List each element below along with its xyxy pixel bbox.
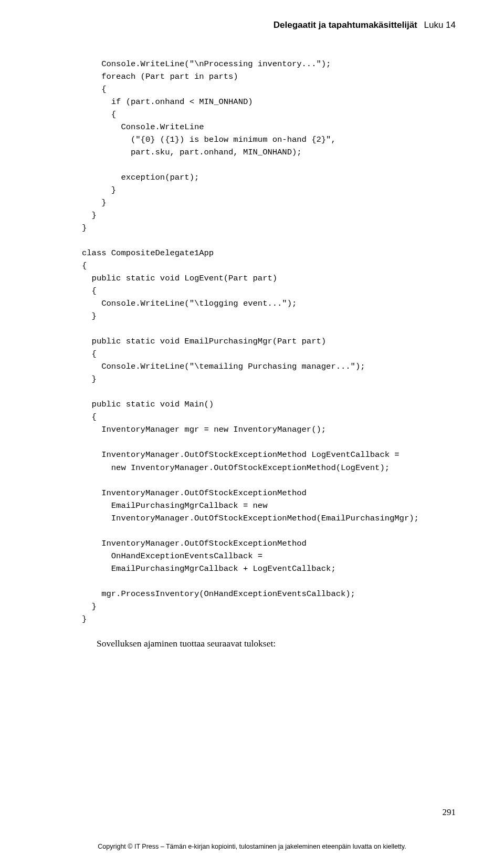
page-header: Delegaatit ja tapahtumakäsittelijät Luku… — [82, 20, 456, 30]
page-number: 291 — [443, 807, 456, 818]
header-chapter: Luku 14 — [424, 20, 456, 30]
code-block: Console.WriteLine("\nProcessing inventor… — [82, 58, 456, 625]
result-text: Sovelluksen ajaminen tuottaa seuraavat t… — [97, 638, 456, 649]
page: Delegaatit ja tapahtumakäsittelijät Luku… — [0, 0, 504, 866]
header-title: Delegaatit ja tapahtumakäsittelijät — [274, 20, 417, 30]
copyright-footer: Copyright © IT Press – Tämän e-kirjan ko… — [0, 843, 504, 850]
